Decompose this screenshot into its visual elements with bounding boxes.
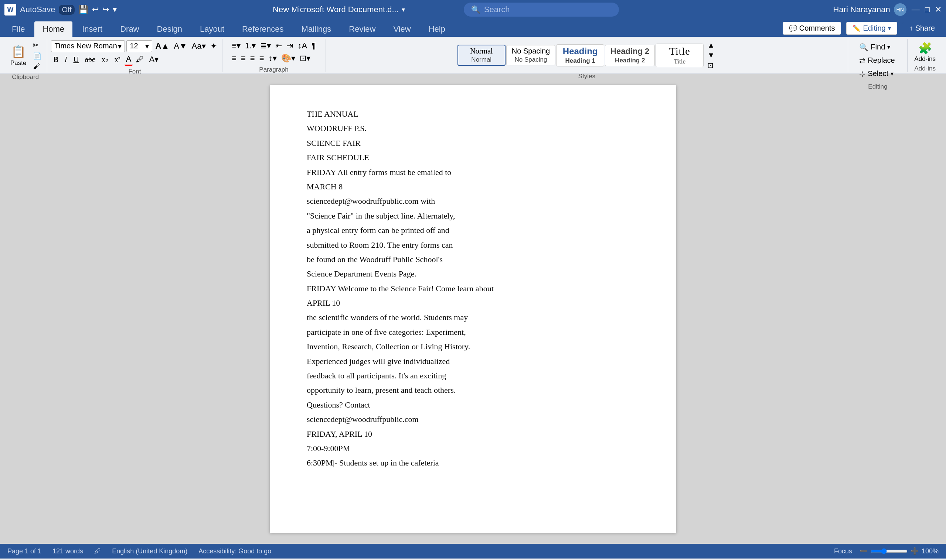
tab-insert[interactable]: Insert [74,22,111,37]
undo-icon[interactable]: ↩ [92,5,99,14]
multilevel-button[interactable]: ≣▾ [259,40,272,51]
document-page[interactable]: THE ANNUALWOODRUFF P.S.SCIENCE FAIRFAIR … [270,85,676,533]
addins-button[interactable]: 🧩 Add-ins [911,40,938,64]
search-input[interactable] [484,5,610,14]
copy-button[interactable]: 📄 [31,51,43,61]
style-title[interactable]: Title Title [656,43,704,67]
tab-review[interactable]: Review [341,22,384,37]
save-icon[interactable]: 💾 [78,5,88,14]
autosave-toggle[interactable]: Off [59,5,74,15]
search-bar[interactable]: 🔍 [464,3,619,17]
tab-help[interactable]: Help [421,22,454,37]
italic-button[interactable]: I [62,55,69,65]
change-case-button[interactable]: Aa▾ [190,41,207,52]
select-button[interactable]: ⊹ Select ▾ [856,68,899,79]
document-line: FRIDAY Welcome to the Science Fair! Come… [307,282,639,295]
zoom-out-icon[interactable]: ➖ [860,547,868,555]
document-line: FRIDAY All entry forms must be emailed t… [307,165,639,179]
align-right-button[interactable]: ≡ [249,53,256,64]
tab-design[interactable]: Design [149,22,190,37]
tab-view[interactable]: View [385,22,419,37]
redo-icon[interactable]: ↪ [102,5,109,14]
strikethrough-button[interactable]: abc [83,55,97,65]
document-area: THE ANNUALWOODRUFF P.S.SCIENCE FAIRFAIR … [0,74,946,544]
style-heading1[interactable]: Heading Heading 1 [556,44,604,66]
style-heading1-preview: Heading [563,46,598,57]
tab-file[interactable]: File [4,22,33,37]
clipboard-label: Clipboard [12,74,39,81]
borders-button[interactable]: ⊡▾ [298,53,312,64]
find-dropdown-icon: ▾ [887,43,890,51]
proofing-icon[interactable]: 🖊 [94,548,101,555]
style-normal[interactable]: Normal Normal [457,45,506,66]
zoom-slider[interactable] [870,548,907,554]
style-heading2[interactable]: Heading 2 Heading 2 [605,45,655,66]
sort-button[interactable]: ↕A [296,40,309,51]
font-size-selector[interactable]: 12 ▾ [127,40,152,52]
decrease-font-button[interactable]: A▼ [172,41,188,52]
tab-layout[interactable]: Layout [192,22,232,37]
document-line: THE ANNUAL [307,107,639,121]
style-heading2-label: Heading 2 [615,57,645,64]
styles-expand-arrow[interactable]: ⊡ [706,60,716,71]
decrease-indent-button[interactable]: ⇤ [274,40,284,51]
increase-font-button[interactable]: A▲ [154,41,171,52]
font-color-button[interactable]: A [125,54,133,66]
text-effect-button[interactable]: A▾ [147,54,160,65]
tab-mailings[interactable]: Mailings [293,22,340,37]
accessibility-status[interactable]: Accessibility: Good to go [198,548,271,555]
tab-draw[interactable]: Draw [112,22,147,37]
editing-button[interactable]: ✏️ Editing ▾ [846,22,897,35]
format-painter-button[interactable]: 🖌 [31,62,43,71]
editing-group-label: Editing [868,83,887,91]
language[interactable]: English (United Kingdom) [112,548,187,555]
comments-button[interactable]: 💬 Comments [782,22,841,35]
style-normal-preview: Normal [470,47,492,55]
document-line: 6:30PM|- Students set up in the cafeteri… [307,456,639,469]
document-line: WOODRUFF P.S. [307,122,639,135]
minimize-button[interactable]: — [912,5,920,14]
tab-home[interactable]: Home [34,22,73,37]
highlight-button[interactable]: 🖊 [134,54,146,65]
superscript-button[interactable]: x² [112,55,123,65]
clear-format-button[interactable]: ✦ [209,41,218,52]
shading-button[interactable]: 🎨▾ [280,53,297,64]
title-dropdown-icon[interactable]: ▾ [402,6,405,14]
zoom-in-icon[interactable]: ➕ [911,547,919,555]
style-no-spacing[interactable]: No Spacing No Spacing [506,45,556,65]
align-center-button[interactable]: ≡ [239,53,247,64]
align-left-button[interactable]: ≡ [230,53,238,64]
document-line: APRIL 10 [307,296,639,310]
justify-button[interactable]: ≡ [258,53,266,64]
font-name-selector[interactable]: Times New Roman ▾ [51,40,125,52]
underline-button[interactable]: U [71,55,81,65]
replace-button[interactable]: ⇄ Replace [856,55,899,66]
styles-up-arrow[interactable]: ▲ [706,40,716,50]
bullets-button[interactable]: ≡▾ [230,40,242,51]
numbering-button[interactable]: 1.▾ [244,40,257,51]
focus-button[interactable]: Focus [834,548,852,555]
paragraph-controls: ≡▾ 1.▾ ≣▾ ⇤ ⇥ ↕A ¶ ≡ ≡ ≡ ≡ ↕▾ 🎨▾ ⊡▾ [230,40,318,64]
status-bar-right: Focus ➖ ➕ 100% [834,547,938,555]
user-name: Hari Narayanan [833,5,890,14]
customize-icon[interactable]: ▾ [113,5,117,14]
paste-button[interactable]: 📋 Paste [8,43,29,68]
styles-label: Styles [578,73,595,80]
document-title: New Microsoft Word Document.d... [273,5,399,14]
tab-references[interactable]: References [234,22,292,37]
share-button[interactable]: ↑ Share [903,22,942,34]
zoom-level[interactable]: 100% [921,548,938,555]
share-label: Share [915,24,935,32]
line-spacing-button[interactable]: ↕▾ [267,53,278,64]
maximize-button[interactable]: □ [925,5,930,14]
show-para-button[interactable]: ¶ [310,40,318,51]
close-button[interactable]: ✕ [935,5,941,14]
cut-button[interactable]: ✂ [31,40,43,50]
subscript-button[interactable]: x₂ [99,54,111,65]
style-title-preview: Title [669,45,690,57]
avatar[interactable]: HN [894,3,906,16]
styles-down-arrow[interactable]: ▼ [706,50,716,60]
bold-button[interactable]: B [51,55,60,65]
find-button[interactable]: 🔍 Find ▾ [856,42,899,53]
increase-indent-button[interactable]: ⇥ [285,40,295,51]
